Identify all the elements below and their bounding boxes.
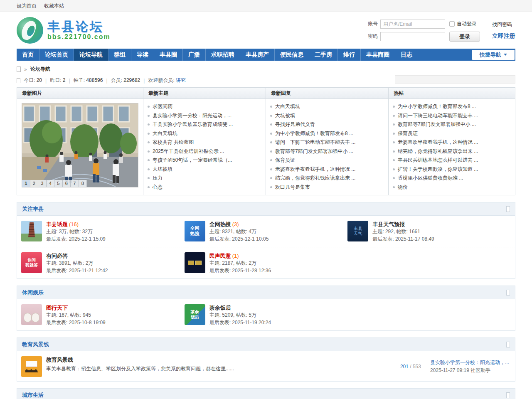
hot-search-icon[interactable]: 全网 热搜: [185, 221, 205, 241]
topic-link[interactable]: 2025年丰县创业培训补贴公示 ...: [153, 147, 224, 156]
topic-link[interactable]: 县实验小学第一分校：阳光运动，...: [153, 111, 232, 121]
list-item: 心态: [148, 183, 261, 192]
nav-item-blogs[interactable]: 日志: [395, 49, 418, 61]
set-home-link[interactable]: 设为首页: [17, 2, 37, 10]
forum-link[interactable]: 教育风景线: [46, 357, 73, 363]
reply-link[interactable]: 寻找好兄弟代义青: [275, 120, 315, 129]
latest-photo[interactable]: 1 2 3 4 5 6 7 8: [22, 103, 138, 187]
hot-post-link[interactable]: 物价: [398, 183, 408, 192]
nav-item-forum-index[interactable]: 论坛首页: [39, 49, 74, 61]
quick-nav-button[interactable]: 快捷导航: [472, 50, 515, 60]
top-utility-bar: 设为首页 收藏本站: [0, 0, 532, 12]
nav-item-digest[interactable]: 导读: [131, 49, 154, 61]
forum-link[interactable]: 民声民意: [209, 253, 231, 259]
nav-item-jobs[interactable]: 求职招聘: [206, 49, 240, 61]
reply-link[interactable]: 教育部等7部门发文部署加强中小 ...: [275, 147, 353, 156]
quick-nav-label: 快捷导航: [480, 51, 501, 59]
topic-link[interactable]: 压力: [153, 174, 163, 183]
nav-item-secondhand[interactable]: 二手房: [309, 49, 338, 61]
hot-post-link[interactable]: 香榭里小区供暖费收费标准 ...: [398, 174, 463, 183]
question-answer-icon[interactable]: 你问 我就答: [21, 252, 42, 273]
login-button[interactable]: 登录: [449, 32, 480, 42]
forum-link[interactable]: 丰县话题: [46, 221, 68, 227]
tea-chat-icon[interactable]: 茶余 饭后: [185, 304, 205, 325]
breadcrumb: » 论坛导航: [17, 61, 515, 77]
topic-link[interactable]: 家校共育 共绘蓝图: [153, 138, 194, 147]
reply-link[interactable]: 老婆喜欢半夜看我手机，这种情况 ...: [275, 165, 355, 174]
nav-item-realestate[interactable]: 丰县房产: [240, 49, 275, 61]
photo-page-3[interactable]: 3: [38, 180, 47, 187]
photo-page-7[interactable]: 7: [71, 180, 79, 187]
bookmark-link[interactable]: 收藏本站: [44, 2, 64, 10]
hot-post-link[interactable]: 老婆喜欢半夜看我手机，这种情况 ...: [398, 138, 478, 147]
list-item: 大坑被填: [270, 111, 384, 121]
collapse-icon[interactable]: [506, 290, 510, 296]
topic-link[interactable]: 心态: [153, 183, 163, 192]
hot-post-link[interactable]: 丰县民兵训练基地怎么样可以进去 ...: [398, 156, 478, 165]
auto-login-checkbox[interactable]: [449, 21, 455, 27]
nav-item-fengxian-circle[interactable]: 丰县圈: [154, 49, 183, 61]
posts-number: / 553: [410, 364, 421, 369]
hot-post-link[interactable]: 扩转！关于校园欺凌，你应该知道 ...: [398, 165, 478, 174]
pagoda-photo-icon[interactable]: [21, 221, 42, 241]
reply-link[interactable]: 请问一下骑三轮电动车能不能去丰 ...: [275, 138, 355, 147]
topic-link[interactable]: 夸孩子的50句话，一定要经常说（...: [153, 156, 232, 165]
dual-monitors-icon[interactable]: [185, 252, 205, 273]
lastpost-title-link[interactable]: 县实验小学第一分校：阳光运动，...: [430, 360, 509, 365]
weather-icon[interactable]: 丰县 天气: [347, 221, 368, 241]
forum-link[interactable]: 有问必答: [46, 253, 68, 259]
site-logo[interactable]: 丰县论坛 bbs.221700.com: [17, 17, 111, 44]
hot-post-link[interactable]: 结完婚，你觉得彩礼钱应该拿出来 ...: [398, 147, 478, 156]
topic-link[interactable]: 丰县实验小学民族器乐教育成绩斐 ...: [153, 120, 233, 129]
nav-item-groups[interactable]: 群组: [108, 49, 131, 61]
hot-post-link[interactable]: 保育员证: [398, 129, 418, 138]
reply-link[interactable]: 为中小学教师减负！教育部发布8 ...: [275, 129, 353, 138]
topic-link[interactable]: 大坑被填: [153, 165, 172, 174]
topic-link[interactable]: 大白天填坑: [153, 129, 177, 138]
forum-link[interactable]: 图行天下: [46, 305, 68, 311]
forum-link[interactable]: 茶余饭后: [209, 305, 231, 311]
nav-item-forum-nav[interactable]: 论坛导航: [74, 49, 108, 61]
hot-post-link[interactable]: 教育部等7部门发文部署加强中小 ...: [398, 120, 476, 129]
photo-page-8[interactable]: 8: [79, 180, 87, 187]
collapse-icon[interactable]: [506, 392, 510, 398]
reply-link[interactable]: 结完婚，你觉得彩礼钱应该拿出来 ...: [275, 174, 355, 183]
collapse-icon[interactable]: [506, 206, 510, 212]
nav-item-business-circle[interactable]: 丰县商圈: [361, 49, 395, 61]
password-input[interactable]: [380, 32, 445, 41]
reply-link[interactable]: 大白天填坑: [275, 102, 300, 111]
forum-link[interactable]: 丰县天气预报: [372, 221, 405, 227]
hot-post-link[interactable]: 请问一下骑三轮电动车能不能去丰 ...: [398, 111, 478, 121]
forgot-password-link[interactable]: 找回密码: [492, 21, 515, 28]
collapse-icon[interactable]: [506, 342, 510, 347]
forum-link[interactable]: 全网热搜: [209, 221, 231, 227]
puppies-photo-icon[interactable]: [21, 304, 42, 325]
nav-item-convenience-info[interactable]: 便民信息: [275, 49, 309, 61]
forum-description: 事关丰县教育：招生信息、学区划分及入学政策等，您关系的教育问题，都在这里....…: [46, 365, 234, 372]
register-link[interactable]: 立即注册: [492, 32, 515, 40]
photo-page-2[interactable]: 2: [30, 180, 39, 187]
icon-text: 茶余: [191, 310, 199, 315]
newest-member-link[interactable]: 讲究: [176, 77, 186, 83]
forum-lastpost: 最后发表: 2025-11-21 12:42: [46, 267, 108, 274]
reply-link[interactable]: 大坑被填: [275, 111, 295, 121]
reply-link[interactable]: 保育员证: [275, 156, 295, 165]
topic-link[interactable]: 求医问药: [153, 102, 172, 111]
photo-page-5[interactable]: 5: [54, 180, 63, 187]
list-item: 2025年丰县创业培训补贴公示 ...: [148, 147, 261, 156]
username-input[interactable]: [380, 20, 445, 29]
forum-item-tea-chat: 茶余 饭后 茶余饭后 主题: 5209, 帖数: 5万 最后发表: 2025-1…: [185, 304, 348, 326]
photo-page-1[interactable]: 1: [22, 180, 30, 187]
photo-page-6[interactable]: 6: [63, 180, 71, 187]
list-item: 请问一下骑三轮电动车能不能去丰 ...: [393, 111, 511, 121]
classroom-icon[interactable]: [21, 356, 42, 377]
nav-item-ranking[interactable]: 排行: [338, 49, 361, 61]
reply-link[interactable]: 欢口几号是集市: [275, 183, 310, 192]
nav-item-broadcast[interactable]: 广播: [183, 49, 206, 61]
lastpost-meta: 2025-11-27 09:19 社区助手: [430, 367, 509, 374]
hot-post-link[interactable]: 为中小学教师减负！教育部发布8 ...: [398, 102, 476, 111]
home-icon[interactable]: [17, 66, 21, 72]
photo-page-4[interactable]: 4: [47, 180, 55, 187]
nav-item-home[interactable]: 首页: [17, 49, 39, 61]
latest-images-header: 最新图片: [17, 88, 143, 99]
